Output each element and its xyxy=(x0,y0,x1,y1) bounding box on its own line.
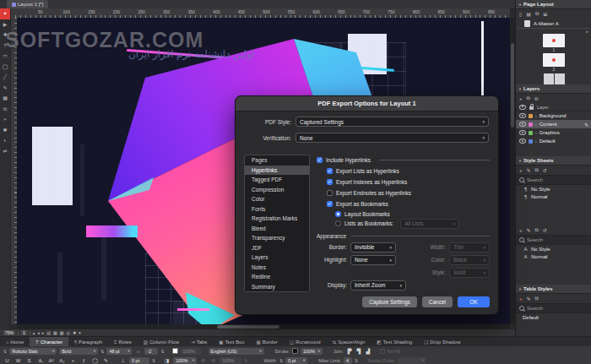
status-icon[interactable]: ▴ xyxy=(33,330,35,335)
disclosure-icon[interactable]: › xyxy=(535,139,537,144)
tool-button[interactable]: ✱ xyxy=(0,125,10,136)
visibility-eye-icon[interactable] xyxy=(519,139,526,144)
tracking-stepper[interactable]: ⇅ xyxy=(160,348,164,355)
visibility-eye-icon[interactable] xyxy=(519,130,526,135)
page-layout-toolbar-icon[interactable]: ▯ xyxy=(519,11,522,17)
stroke-width-stepper[interactable]: ⇅ xyxy=(279,357,283,364)
font-stepper[interactable]: ⇅ xyxy=(3,348,7,355)
paragraph-styles-toolbar-icon[interactable]: ✎ xyxy=(527,167,531,173)
char-format-icon[interactable]: ✎ xyxy=(102,356,110,364)
join-option-icon[interactable]: ▟ xyxy=(365,347,372,356)
tool-button[interactable]: ⌖ xyxy=(0,114,10,125)
tracking-field[interactable]: -2 xyxy=(144,348,158,355)
dialog-section-item[interactable]: Notes xyxy=(245,263,309,273)
paragraph-styles-toolbar-icon[interactable]: ↺ xyxy=(543,167,547,173)
miter-limit-field[interactable]: 4 xyxy=(344,357,352,364)
bottom-tab[interactable]: ▦ Border xyxy=(251,337,284,346)
layers-toolbar-icon[interactable]: ⧉ xyxy=(527,95,530,101)
tool-button[interactable]: ▦ xyxy=(0,93,10,104)
page-layout-toolbar-icon[interactable]: ⊞ xyxy=(543,11,547,17)
tool-button[interactable]: ◐ xyxy=(0,135,10,146)
bottom-tab[interactable]: ◲ Runaround xyxy=(284,337,327,346)
bottom-tab[interactable]: ▥ Column Flow xyxy=(138,337,185,346)
character-style-search[interactable]: Search xyxy=(516,235,591,245)
stroke-color-swatch[interactable] xyxy=(292,348,298,354)
checkbox-checked[interactable] xyxy=(317,157,323,163)
stroke-width-select[interactable]: 0 pt▾ xyxy=(285,357,307,364)
char-format-icon[interactable]: ᴀ xyxy=(69,356,77,364)
char-format-icon[interactable]: A² xyxy=(47,356,55,364)
bottom-tab[interactable]: ▣ Text Box xyxy=(213,337,250,346)
character-styles-toolbar-icon[interactable]: + xyxy=(519,228,523,233)
table-style-search[interactable]: Search xyxy=(516,303,591,313)
add-table-style-icon[interactable]: + xyxy=(519,296,523,302)
dialog-section-item[interactable]: Color xyxy=(245,194,309,204)
character-styles-toolbar-icon[interactable]: ✎ xyxy=(527,227,531,233)
disclosure-icon[interactable]: › xyxy=(535,113,537,118)
dialog-section-item[interactable]: Fonts xyxy=(245,204,309,215)
status-icon[interactable]: ▾ xyxy=(79,330,81,335)
status-icon[interactable]: ▸ xyxy=(42,330,45,335)
checkbox[interactable] xyxy=(327,179,333,185)
char-format-icon[interactable]: ƒ xyxy=(80,356,88,364)
layer-row[interactable]: › Background ✎ xyxy=(516,111,591,120)
document-tab[interactable]: Layout 1 [*] xyxy=(7,0,48,8)
master-page-item[interactable]: A-Master A xyxy=(516,19,591,28)
page-layout-toolbar-icon[interactable]: ⧉ xyxy=(535,11,539,17)
dialog-section-item[interactable]: Bleed xyxy=(245,224,309,234)
bottom-tab[interactable]: T Character xyxy=(30,337,68,346)
layer-row[interactable]: › Content ✎ xyxy=(516,120,591,128)
layers-toolbar-icon[interactable]: ⊖ xyxy=(534,95,539,101)
duplicate-table-style-icon[interactable]: ⧉ xyxy=(535,296,539,302)
status-icon[interactable]: ▦ xyxy=(53,330,57,335)
visibility-eye-icon[interactable] xyxy=(519,122,526,127)
dialog-section-item[interactable]: Compression xyxy=(245,185,309,195)
highlight-select[interactable]: None xyxy=(350,255,396,265)
page-layout-toolbar-icon[interactable]: ▤ xyxy=(526,11,531,17)
pdf-style-select[interactable]: Captured Settings xyxy=(296,117,489,127)
paragraph-styles-toolbar-icon[interactable]: + xyxy=(519,168,523,173)
layers-header[interactable]: ▼ Layers xyxy=(516,84,591,94)
font-size-stepper[interactable]: ⇅ xyxy=(100,348,104,355)
font-style-select[interactable]: Bold▾ xyxy=(59,348,98,355)
dialog-section-item[interactable]: Pages xyxy=(245,155,309,166)
dialog-section-item[interactable]: Transparency xyxy=(245,233,309,243)
no-fill-checkbox[interactable] xyxy=(380,349,385,354)
paragraph-style-search[interactable]: Search xyxy=(516,175,591,185)
hyperlink-option-row[interactable]: Export Endnotes as Hyperlinks xyxy=(327,187,490,198)
status-icon[interactable]: ◂ xyxy=(37,330,40,335)
edit-table-style-icon[interactable]: ✎ xyxy=(527,296,531,302)
cancel-button[interactable]: Cancel xyxy=(422,296,453,307)
disclosure-icon[interactable]: › xyxy=(535,130,537,135)
layers-toolbar-icon[interactable]: + xyxy=(519,96,523,101)
page-thumbnail[interactable]: 2 xyxy=(543,53,565,73)
dialog-section-item[interactable]: Layers xyxy=(245,253,309,263)
baseline-stepper[interactable]: ⇅ xyxy=(152,357,155,364)
status-icon[interactable]: ✱ xyxy=(73,330,76,335)
verification-select[interactable]: None xyxy=(296,133,489,143)
zoom-level-field[interactable]: 75% xyxy=(3,330,15,335)
dialog-section-item[interactable]: Tagged PDF xyxy=(245,175,309,185)
character-styles-toolbar-icon[interactable]: ⧉ xyxy=(535,227,539,233)
character-style-item[interactable]: A Normal xyxy=(516,253,591,262)
char-format-icon[interactable]: U xyxy=(3,356,11,364)
layer-row[interactable]: › Default ✎ xyxy=(516,137,591,145)
style-sheets-header[interactable]: ▼ Style Sheets xyxy=(516,156,591,166)
page-spread-thumbnail[interactable] xyxy=(544,73,565,84)
bottom-tab[interactable]: ⌂ Home xyxy=(0,337,30,346)
disclosure-icon[interactable]: › xyxy=(535,122,537,127)
table-styles-header[interactable]: ▼ Table Styles xyxy=(516,285,591,294)
tool-button[interactable]: ✎ xyxy=(0,83,10,94)
character-style-item[interactable]: A No Style xyxy=(516,245,591,253)
border-select[interactable]: Invisible xyxy=(350,242,396,253)
bottom-tab[interactable]: ❏ Drop Shadow xyxy=(418,337,466,346)
page-thumbnail[interactable]: 1 xyxy=(543,34,565,53)
dialog-section-item[interactable]: JDF xyxy=(245,243,309,253)
radio-selected[interactable] xyxy=(335,211,341,217)
tool-button[interactable]: ╱ xyxy=(0,72,10,83)
bottom-tab[interactable]: ⇆ Space/Align xyxy=(327,337,371,346)
lists-bookmarks-radio-row[interactable]: Lists as Bookmarks: All Lists xyxy=(317,219,490,228)
checkbox[interactable] xyxy=(327,190,333,196)
miter-stepper[interactable]: ⇅ xyxy=(355,357,358,364)
status-icon[interactable]: ▩ xyxy=(60,330,64,335)
